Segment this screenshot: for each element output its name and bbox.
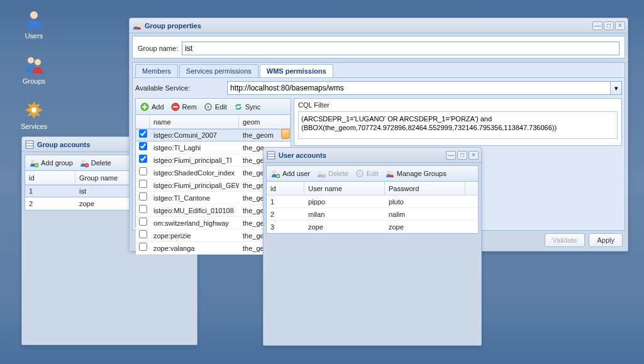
col-id[interactable]: id	[25, 171, 75, 185]
layer-checkbox[interactable]	[139, 130, 147, 138]
layer-checkbox[interactable]	[139, 205, 147, 213]
table-row[interactable]: istgeo:Comuni_2007the_geom	[136, 129, 291, 141]
layer-checkbox[interactable]	[139, 192, 147, 201]
group-name-label: Group name:	[138, 45, 178, 52]
minimize-button[interactable]: —	[592, 21, 602, 30]
svg-point-29	[390, 172, 393, 175]
col-id[interactable]: id	[267, 182, 304, 196]
add-layer-button[interactable]: Add	[140, 102, 164, 112]
manage-groups-button[interactable]: Manage Groups	[385, 168, 447, 179]
table-icon	[266, 150, 276, 160]
delete-group-button[interactable]: Delete	[79, 158, 111, 168]
desktop-icon-label: Users	[15, 32, 53, 40]
chevron-down-icon[interactable]: ▾	[610, 82, 621, 94]
group-icon	[385, 168, 395, 179]
svg-point-0	[30, 11, 38, 19]
group-icon	[132, 21, 142, 31]
window-title: User accounts	[279, 152, 445, 159]
cql-filter-label: CQL Filter	[294, 99, 621, 111]
plus-icon	[140, 102, 150, 112]
svg-point-18	[207, 106, 209, 108]
svg-point-2	[35, 59, 41, 65]
available-service-select[interactable]	[227, 81, 622, 95]
window-title: Group properties	[145, 22, 591, 30]
col-username[interactable]: User name	[304, 182, 385, 196]
available-service-label: Available Service:	[135, 84, 223, 92]
cql-filter-textarea[interactable]: (ARCSDEPR_1='LUGANO' OR ARCSDEPR_1='PORZ…	[298, 111, 618, 139]
desktop-icon-label: Groups	[15, 77, 53, 85]
svg-point-7	[31, 160, 35, 163]
add-group-button[interactable]: Add group	[29, 158, 73, 168]
user-add-icon	[270, 168, 280, 179]
col-password[interactable]: Password	[385, 182, 465, 196]
validate-button[interactable]: Validate	[545, 233, 586, 247]
table-icon	[25, 140, 35, 150]
svg-point-27	[358, 173, 360, 175]
tab-services-permissions[interactable]: Services permissions	[179, 64, 258, 77]
remove-layer-button[interactable]: Rem	[170, 102, 197, 112]
services-app-icon[interactable]: Services	[15, 100, 53, 130]
layer-checkbox[interactable]	[139, 180, 147, 188]
svg-point-22	[272, 170, 276, 174]
gear-icon	[203, 102, 213, 112]
sync-icon	[233, 102, 243, 112]
tab-wms-permissions[interactable]: WMS permissions	[260, 64, 333, 77]
minus-icon	[170, 102, 180, 112]
apply-button[interactable]: Apply	[589, 233, 623, 247]
svg-point-3	[31, 108, 36, 113]
col-layer-name[interactable]: name	[150, 115, 239, 129]
svg-point-1	[28, 57, 34, 63]
layer-checkbox[interactable]	[139, 230, 147, 238]
group-delete-icon	[79, 158, 89, 168]
svg-rect-19	[267, 152, 275, 159]
group-add-icon	[29, 158, 39, 168]
layer-checkbox[interactable]	[139, 155, 147, 163]
tab-members[interactable]: Members	[135, 64, 178, 77]
minimize-button[interactable]: —	[446, 151, 456, 160]
maximize-button[interactable]: □	[457, 151, 467, 160]
svg-rect-4	[26, 141, 33, 148]
edit-user-button: Edit	[355, 168, 379, 179]
svg-point-28	[387, 170, 391, 174]
edit-layer-button[interactable]: Edit	[203, 102, 227, 112]
col-layer-geom[interactable]: geom	[239, 115, 291, 129]
table-row[interactable]: 3zopezope	[267, 221, 478, 233]
desktop-icon-label: Services	[15, 123, 53, 130]
svg-point-9	[81, 160, 85, 163]
user-delete-icon	[316, 168, 326, 179]
table-row[interactable]: 2milannalim	[267, 208, 478, 221]
close-button[interactable]: ×	[469, 151, 479, 160]
svg-point-13	[134, 23, 138, 26]
layer-checkbox[interactable]	[139, 243, 147, 251]
groups-app-icon[interactable]: Groups	[15, 55, 53, 85]
layer-checkbox[interactable]	[139, 218, 147, 226]
sync-layer-button[interactable]: Sync	[233, 102, 260, 112]
table-row[interactable]: 1pippopluto	[267, 196, 478, 208]
layer-checkbox[interactable]	[139, 142, 147, 150]
svg-point-24	[318, 170, 322, 174]
delete-user-button: Delete	[316, 168, 348, 179]
layer-checkbox[interactable]	[139, 167, 147, 175]
group-name-input[interactable]	[182, 41, 619, 55]
gear-icon	[355, 168, 365, 179]
add-user-button[interactable]: Add user	[270, 168, 310, 179]
scrollbar[interactable]	[281, 129, 290, 139]
close-button[interactable]: ×	[615, 21, 625, 30]
users-app-icon[interactable]: Users	[15, 9, 53, 40]
user-accounts-window: User accounts — □ × Add user Delete Edit…	[263, 147, 482, 346]
maximize-button[interactable]: □	[604, 21, 614, 30]
svg-point-14	[138, 23, 141, 26]
